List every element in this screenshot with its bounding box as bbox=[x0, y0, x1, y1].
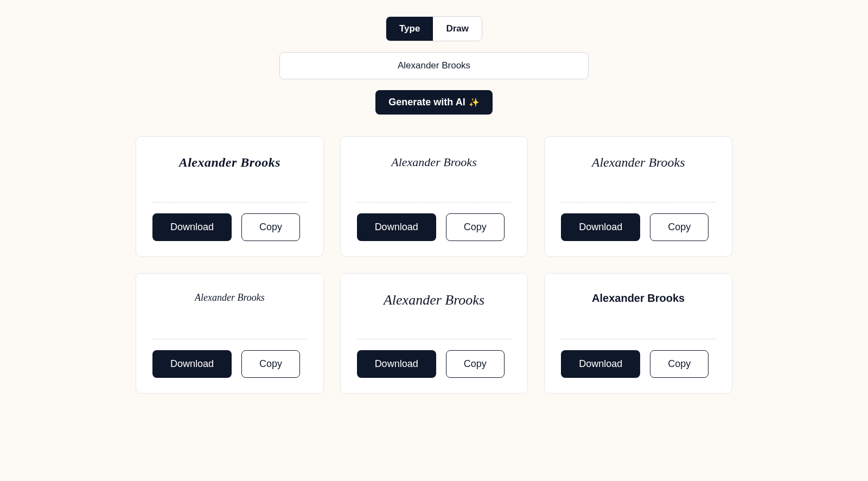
download-button[interactable]: Download bbox=[357, 350, 436, 378]
divider bbox=[561, 202, 716, 202]
signature-preview: Alexander Brooks bbox=[357, 290, 512, 339]
copy-button[interactable]: Copy bbox=[241, 213, 300, 241]
signature-preview: Alexander Brooks bbox=[152, 153, 307, 202]
signature-preview: Alexander Brooks bbox=[561, 290, 716, 339]
copy-button[interactable]: Copy bbox=[446, 350, 505, 378]
divider bbox=[152, 202, 307, 202]
signature-preview: Alexander Brooks bbox=[152, 290, 307, 339]
copy-button[interactable]: Copy bbox=[650, 350, 709, 378]
divider bbox=[561, 339, 716, 339]
generate-label: Generate with AI bbox=[388, 97, 465, 108]
tab-draw[interactable]: Draw bbox=[433, 17, 482, 41]
signature-card: Alexander Brooks Download Copy bbox=[136, 136, 324, 257]
mode-tabs: Type Draw bbox=[136, 16, 732, 41]
divider bbox=[152, 339, 307, 339]
generate-button[interactable]: Generate with AI ✨ bbox=[375, 90, 492, 115]
download-button[interactable]: Download bbox=[561, 213, 640, 241]
download-button[interactable]: Download bbox=[357, 213, 436, 241]
download-button[interactable]: Download bbox=[561, 350, 640, 378]
signature-card: Alexander Brooks Download Copy bbox=[340, 136, 528, 257]
divider bbox=[357, 339, 512, 339]
sparkle-icon: ✨ bbox=[469, 97, 480, 107]
copy-button[interactable]: Copy bbox=[650, 213, 709, 241]
copy-button[interactable]: Copy bbox=[446, 213, 505, 241]
download-button[interactable]: Download bbox=[152, 213, 232, 241]
tab-type[interactable]: Type bbox=[386, 17, 433, 41]
copy-button[interactable]: Copy bbox=[241, 350, 300, 378]
signature-card: Alexander Brooks Download Copy bbox=[340, 273, 528, 394]
name-input[interactable] bbox=[279, 52, 589, 79]
signature-card: Alexander Brooks Download Copy bbox=[544, 136, 732, 257]
signature-preview: Alexander Brooks bbox=[561, 153, 716, 202]
signature-card: Alexander Brooks Download Copy bbox=[544, 273, 732, 394]
signature-grid: Alexander Brooks Download Copy Alexander… bbox=[136, 136, 732, 394]
signature-preview: Alexander Brooks bbox=[357, 153, 512, 202]
signature-card: Alexander Brooks Download Copy bbox=[136, 273, 324, 394]
download-button[interactable]: Download bbox=[152, 350, 232, 378]
divider bbox=[357, 202, 512, 202]
